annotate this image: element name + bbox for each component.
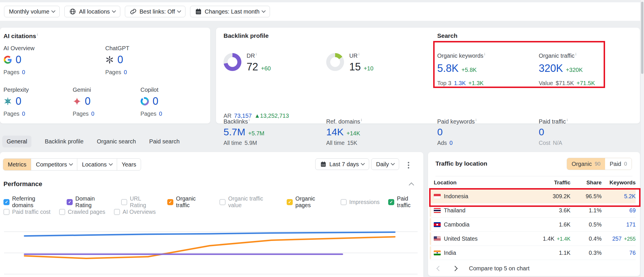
scrollbar-track[interactable]: [640, 0, 644, 277]
table-row-indonesia[interactable]: Indonesia 309.2K 96.5% 5.2K: [430, 189, 636, 203]
pages-count[interactable]: 0: [124, 69, 127, 76]
checkbox-label: Referring domains: [12, 195, 58, 209]
compare-top5-link[interactable]: Compare top 5 on chart: [469, 265, 530, 272]
segment-metrics[interactable]: Metrics: [3, 159, 31, 170]
keywords-link[interactable]: 76: [629, 250, 636, 256]
ai-citation-perplexity: Perplexity 0 Pages 0: [3, 87, 70, 117]
location-rows: Indonesia 309.2K 96.5% 5.2K Thailand 3.6…: [430, 189, 636, 260]
more-options-menu[interactable]: [406, 160, 411, 170]
tab-paid-search[interactable]: Paid search: [149, 138, 180, 145]
metric-checkbox-referring-domains[interactable]: Referring domains: [3, 195, 58, 209]
ai-citations-count[interactable]: 0: [85, 96, 91, 106]
checkbox-icon[interactable]: [287, 199, 293, 205]
table-row-thailand[interactable]: Thailand 3.6K 1.1% 69: [430, 203, 636, 218]
segment-locations[interactable]: Locations: [77, 159, 117, 170]
ai-citations-count[interactable]: 0: [117, 55, 123, 65]
tab-general[interactable]: General: [2, 136, 31, 147]
best-links-dropdown[interactable]: Best links: Off: [125, 6, 185, 17]
ai-citation-chatgpt: ChatGPT 0 Pages 0: [105, 45, 172, 76]
metric-checkbox-organic-traffic[interactable]: Organic traffic: [167, 195, 211, 209]
ai-citations-count[interactable]: 0: [153, 96, 158, 106]
top-toolbar: Monthly volume All locations Best links:…: [0, 2, 641, 21]
ref-domains-value[interactable]: 14K: [326, 127, 344, 137]
metric-checkbox-organic-pages[interactable]: Organic pages: [287, 195, 332, 209]
checkbox-icon[interactable]: [219, 199, 226, 205]
metric-checkbox-url-rating[interactable]: URL Rating: [121, 195, 159, 209]
checkbox-icon[interactable]: [3, 209, 10, 215]
collapse-section-icon[interactable]: [409, 182, 414, 188]
info-icon[interactable]: i: [476, 118, 476, 122]
traffic-value-amount: $71.5K: [556, 80, 574, 87]
organic-keywords-metric: Organic keywordsi 5.8K +5.8K Top 3 1.3K …: [437, 52, 532, 87]
table-row-cambodia[interactable]: Cambodia 1.6K 0.5% 171: [430, 218, 636, 232]
top3-value[interactable]: 1.3K: [454, 80, 466, 87]
info-icon[interactable]: i: [484, 52, 485, 56]
toggle-organic[interactable]: Organic 90: [567, 158, 605, 170]
checkbox-icon[interactable]: [388, 199, 394, 205]
column-location[interactable]: Location: [434, 179, 520, 186]
organic-keywords-value[interactable]: 5.8K: [437, 63, 459, 74]
metric-checkbox-paid-traffic[interactable]: Paid traffic: [388, 195, 423, 209]
info-icon[interactable]: i: [567, 118, 568, 122]
checkbox-icon[interactable]: [67, 199, 73, 205]
info-icon[interactable]: i: [575, 52, 576, 56]
metric-checkbox-paid-traffic-cost[interactable]: Paid traffic cost: [3, 209, 50, 215]
dr-donut-chart: [224, 53, 241, 71]
paid-traffic-value[interactable]: 0: [539, 127, 544, 137]
info-icon[interactable]: i: [37, 32, 38, 37]
metric-checkbox-organic-traffic-value[interactable]: Organic traffic value: [219, 195, 278, 209]
pages-count[interactable]: 0: [159, 111, 162, 117]
checkbox-icon[interactable]: [167, 199, 173, 205]
pages-count[interactable]: 0: [22, 69, 25, 76]
metric-checkbox-crawled-pages[interactable]: Crawled pages: [59, 209, 105, 215]
checkbox-icon[interactable]: [59, 209, 65, 215]
info-icon[interactable]: i: [256, 52, 257, 56]
keywords-link[interactable]: 5.2K: [624, 193, 636, 199]
info-icon[interactable]: i: [361, 118, 362, 122]
ref-domains-label: Ref. domainsi: [326, 118, 421, 125]
changes-dropdown[interactable]: Changes: Last month: [190, 6, 270, 17]
checkbox-icon[interactable]: [341, 199, 347, 205]
monthly-volume-dropdown[interactable]: Monthly volume: [4, 6, 60, 17]
info-icon[interactable]: i: [358, 52, 359, 56]
info-icon[interactable]: i: [249, 118, 249, 122]
pages-count[interactable]: 0: [22, 111, 25, 117]
ads-value[interactable]: 0: [450, 140, 453, 146]
pages-label: Pages: [140, 111, 156, 117]
granularity-dropdown[interactable]: Daily: [371, 158, 399, 170]
table-row-united-states[interactable]: United States 1.4K+1.4K 0.4% 257+255: [430, 232, 636, 246]
checkbox-icon[interactable]: [3, 199, 10, 205]
performance-line-chart[interactable]: [0, 215, 423, 277]
paid-keywords-value[interactable]: 0: [437, 127, 443, 137]
toggle-count: 90: [595, 161, 600, 167]
metric-checkbox-domain-rating[interactable]: Domain Rating: [67, 195, 112, 209]
column-share[interactable]: Share: [570, 179, 602, 186]
keywords-link[interactable]: 69: [629, 207, 636, 214]
toggle-paid[interactable]: Paid 0: [605, 158, 632, 170]
date-range-dropdown[interactable]: Last 7 days: [315, 158, 369, 170]
segment-years[interactable]: Years: [117, 159, 141, 170]
column-keywords[interactable]: Keywords: [602, 179, 636, 186]
location-name: United States: [444, 235, 478, 242]
tab-backlink-profile[interactable]: Backlink profile: [45, 138, 84, 145]
pages-count[interactable]: 0: [91, 111, 94, 117]
ai-citations-count[interactable]: 0: [16, 96, 21, 106]
tab-organic-search[interactable]: Organic search: [97, 138, 136, 145]
backlinks-value[interactable]: 5.7M: [224, 127, 245, 137]
next-page-icon[interactable]: [452, 266, 457, 271]
scrollbar-thumb[interactable]: [641, 2, 643, 74]
ai-citations-count[interactable]: 0: [16, 55, 21, 65]
table-row-india[interactable]: India 1.1K 0.3% 76: [430, 246, 636, 260]
metric-checkbox-ai-overviews[interactable]: AI Overviews: [114, 209, 156, 215]
keywords-link[interactable]: 257: [612, 235, 622, 242]
checkbox-icon[interactable]: [121, 199, 127, 205]
segment-competitors[interactable]: Competitors: [31, 159, 77, 170]
previous-page-icon[interactable]: [436, 266, 442, 271]
metric-checkbox-impressions[interactable]: Impressions: [341, 199, 380, 205]
locations-dropdown[interactable]: All locations: [64, 6, 120, 17]
keywords-link[interactable]: 171: [626, 221, 636, 228]
column-traffic[interactable]: Traffic: [520, 179, 570, 186]
checkbox-icon[interactable]: [114, 209, 120, 215]
organic-traffic-value[interactable]: 320K: [539, 63, 563, 74]
checkbox-label: Crawled pages: [68, 209, 105, 215]
